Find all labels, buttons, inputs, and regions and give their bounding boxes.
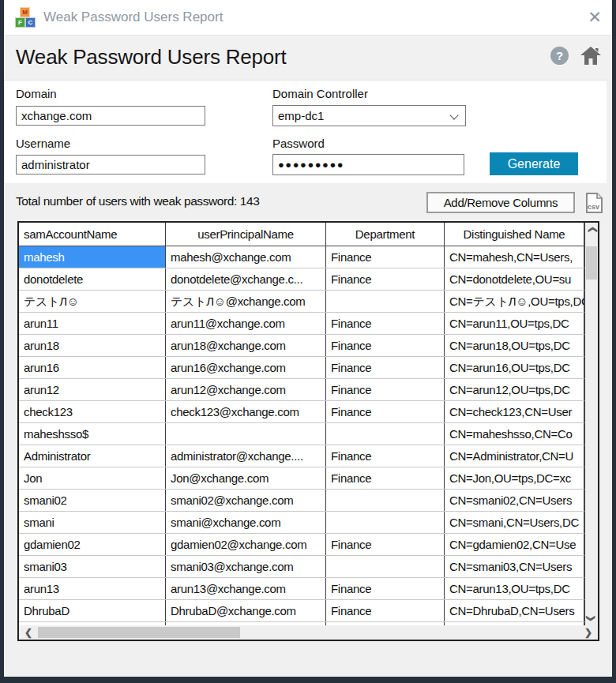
table-row[interactable]: arun11arun11@xchange.comFinanceCN=arun11… <box>19 313 584 335</box>
table-cell-dn: CN=Administrator,CN=U <box>445 445 584 467</box>
vertical-scrollbar-thumb[interactable] <box>586 246 597 280</box>
table-cell-sam: check123 <box>19 401 166 422</box>
table-row[interactable]: JonJon@xchange.comFinanceCN=Jon,OU=tps,D… <box>19 467 584 490</box>
table-row[interactable]: arun16arun16@xchange.comFinanceCN=arun16… <box>19 357 584 379</box>
table-cell-dn: CN=arun18,OU=tps,DC <box>445 335 584 356</box>
table-cell-sam: arun12 <box>19 379 166 400</box>
table-cell-sam: テストЛ☺ <box>19 291 166 312</box>
table-cell-sam: smani03 <box>19 556 166 577</box>
scroll-up-icon[interactable]: ❯ <box>585 223 598 236</box>
close-icon[interactable]: ✕ <box>584 6 606 28</box>
table-row[interactable]: donotdeletedonotdelete@xchange.c...Finan… <box>19 268 584 291</box>
csv-export-icon[interactable]: csv <box>581 190 607 216</box>
table-cell-dn: CN=maheshsso,CN=Co <box>445 423 584 445</box>
table-cell-upn: arun16@xchange.com <box>166 357 326 378</box>
scroll-left-icon[interactable]: ❮ <box>22 625 35 640</box>
add-remove-columns-button[interactable]: Add/Remove Columns <box>426 192 575 213</box>
table-row[interactable]: arun12arun12@xchange.comFinanceCN=arun12… <box>19 379 584 401</box>
table-row[interactable]: check123check123@xchange.comFinanceCN=ch… <box>19 401 584 423</box>
table-row[interactable]: DhrubaDDhrubaD@xchange.comFinanceCN=Dhru… <box>19 600 584 622</box>
svg-text:csv: csv <box>588 203 599 211</box>
table-cell-dept <box>326 556 445 577</box>
domain-controller-select[interactable]: emp-dc1 <box>272 105 466 126</box>
generate-button[interactable]: Generate <box>490 152 578 175</box>
table-cell-upn: smani@xchange.com <box>166 512 326 533</box>
scroll-right-icon[interactable]: ❯ <box>582 625 595 640</box>
table-cell-dept: Finance <box>326 379 445 400</box>
table-cell-dept: Finance <box>326 467 445 489</box>
table-cell-sam: arun13 <box>19 578 166 599</box>
table-cell-dept: Finance <box>326 534 445 555</box>
table-cell-sam: smani02 <box>19 490 166 511</box>
table-cell-dept: Finance <box>326 401 445 422</box>
horizontal-scrollbar-thumb[interactable] <box>38 627 240 638</box>
table-cell-sam: arun18 <box>19 335 166 356</box>
title-bar[interactable]: M F C Weak Password Users Report ✕ <box>4 0 612 36</box>
table-row[interactable]: arun18arun18@xchange.comFinanceCN=arun18… <box>19 335 584 357</box>
page-header: Weak Password Users Report ? <box>4 36 612 79</box>
horizontal-scrollbar[interactable]: ❮ ❯ <box>19 625 598 640</box>
table-cell-upn: arun11@xchange.com <box>166 313 326 334</box>
page-title: Weak Password Users Report <box>16 45 287 69</box>
domain-controller-label: Domain Controller <box>272 87 368 100</box>
table-cell-upn: smani03@xchange.com <box>166 556 326 577</box>
table-cell-upn: arun18@xchange.com <box>166 335 326 356</box>
column-header-department[interactable]: Department <box>326 223 445 246</box>
vertical-scrollbar[interactable]: ❯ ❯ <box>584 223 598 625</box>
table-cell-sam: gdamien02 <box>19 534 166 555</box>
table-cell-upn: gdamien02@xchange.com <box>166 534 326 555</box>
table-cell-upn: mahesh@xchange.com <box>166 246 326 268</box>
password-input[interactable]: ●●●●●●●●● <box>272 154 464 175</box>
column-header-userprincipalname[interactable]: userPrincipalName <box>166 223 326 246</box>
table-cell-upn <box>166 423 326 445</box>
table-cell-upn: donotdelete@xchange.c... <box>166 268 326 290</box>
table-row[interactable]: maheshmahesh@xchange.comFinanceCN=mahesh… <box>19 246 584 268</box>
table-cell-upn: テストЛ☺@xchange.com <box>166 291 326 312</box>
credentials-form: Domain xchange.com Domain Controller emp… <box>4 80 607 183</box>
username-input[interactable]: administrator <box>16 155 205 175</box>
weak-password-users-table: samAccountName userPrincipalName Departm… <box>17 221 599 641</box>
table-cell-sam: arun11 <box>19 313 166 334</box>
window-title: Weak Password Users Report <box>43 9 223 25</box>
app-icon-block-left: F <box>15 17 25 28</box>
table-cell-dn: CN=gdamien02,CN=Use <box>445 534 584 555</box>
table-row[interactable]: maheshsso$CN=maheshsso,CN=Co <box>19 423 584 445</box>
table-cell-sam: mahesh <box>19 246 166 268</box>
table-cell-dn: CN=check123,CN=User <box>445 401 584 422</box>
table-cell-sam: Jon <box>19 467 166 489</box>
table-row[interactable]: gdamien02gdamien02@xchange.comFinanceCN=… <box>19 534 584 556</box>
table-cell-sam: DhrubaD <box>19 600 166 621</box>
table-cell-dn: CN=smani03,CN=Users <box>445 556 584 577</box>
column-header-samaccountname[interactable]: samAccountName <box>19 223 166 246</box>
table-cell-dn: CN=donotdelete,OU=su <box>445 268 584 290</box>
scroll-down-icon[interactable]: ❯ <box>585 612 598 625</box>
table-cell-upn: smani02@xchange.com <box>166 490 326 511</box>
table-header-row: samAccountName userPrincipalName Departm… <box>19 223 584 246</box>
table-row[interactable]: Administratoradministrator@xchange....Fi… <box>19 445 584 467</box>
table-cell-dept <box>326 512 445 533</box>
table-row[interactable]: テストЛ☺テストЛ☺@xchange.comCN=テストЛ☺,OU=tps,DC <box>19 291 584 313</box>
table-row[interactable]: smani02smani02@xchange.comCN=smani02,CN=… <box>19 490 584 512</box>
table-cell-dn: CN=arun12,OU=tps,DC <box>445 379 584 400</box>
table-cell-sam: smani <box>19 512 166 533</box>
table-cell-upn: check123@xchange.com <box>166 401 326 422</box>
table-cell-dept: Finance <box>326 445 445 467</box>
table-cell-dn: CN=mahesh,CN=Users, <box>445 246 584 268</box>
table-row[interactable]: smanismani@xchange.comCN=smani,CN=Users,… <box>19 512 584 534</box>
table-row[interactable]: smani03smani03@xchange.comCN=smani03,CN=… <box>19 556 584 578</box>
table-cell-upn: arun12@xchange.com <box>166 379 326 400</box>
domain-label: Domain <box>16 87 57 100</box>
table-cell-sam: maheshsso$ <box>19 423 166 445</box>
domain-input[interactable]: xchange.com <box>16 106 205 126</box>
total-users-text: Total number of users with weak password… <box>16 194 260 208</box>
table-body: maheshmahesh@xchange.comFinanceCN=mahesh… <box>19 246 598 622</box>
chevron-down-icon <box>449 111 458 119</box>
table-cell-sam: donotdelete <box>19 268 166 290</box>
column-header-distinguishedname[interactable]: Distinguished Name <box>445 223 584 246</box>
table-cell-upn: administrator@xchange.... <box>166 445 326 467</box>
home-icon[interactable] <box>580 44 602 66</box>
table-cell-dept <box>326 490 445 511</box>
table-row[interactable]: arun13arun13@xchange.comFinanceCN=arun13… <box>19 578 584 600</box>
help-icon[interactable]: ? <box>550 47 569 65</box>
app-window: M F C Weak Password Users Report ✕ Weak … <box>0 0 616 683</box>
